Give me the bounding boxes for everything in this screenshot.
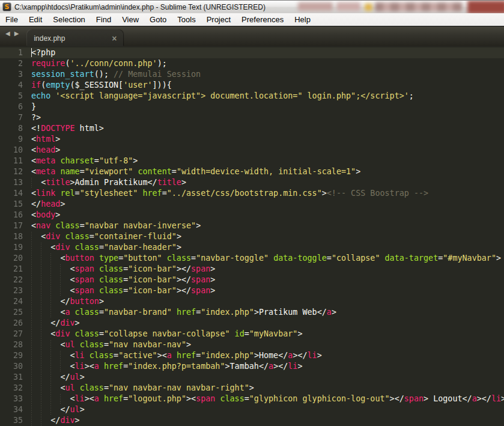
line-number: 13 <box>0 177 23 188</box>
indent-guide <box>41 275 50 285</box>
code-text: session_start(); // Memulai Session <box>23 69 201 80</box>
indent-guide <box>60 264 70 275</box>
indent-guide <box>60 394 70 404</box>
menu-item-help[interactable]: Help <box>289 14 316 25</box>
indent-guide <box>50 264 60 275</box>
code-text: <body> <box>23 210 60 221</box>
menu-item-tools[interactable]: Tools <box>172 14 201 25</box>
code-line-15[interactable]: 15</head> <box>0 199 504 210</box>
code-line-2[interactable]: 2require('../conn/conn.php'); <box>0 58 504 69</box>
code-text: } <box>23 102 36 112</box>
code-line-28[interactable]: 28 <ul class="nav navbar-nav"> <box>0 339 504 350</box>
code-text: <li><a href="index.php?p=tambah">Tambah<… <box>23 361 303 372</box>
code-line-27[interactable]: 27 <div class="collapse navbar-collapse"… <box>0 329 504 339</box>
code-line-20[interactable]: 20 <button type="button" class="navbar-t… <box>0 253 504 264</box>
code-line-29[interactable]: 29 <li class="active"><a href="index.php… <box>0 350 504 361</box>
code-text: <title>Admin Praktikum</title> <box>23 177 186 188</box>
menubar: FileEditSelectionFindViewGotoToolsProjec… <box>0 13 504 26</box>
code-line-25[interactable]: 25 <a class="navbar-brand" href="index.p… <box>0 307 504 318</box>
indent-guide <box>41 350 50 361</box>
line-number: 21 <box>0 264 23 275</box>
menu-item-selection[interactable]: Selection <box>47 14 90 25</box>
code-line-6[interactable]: 6} <box>0 102 504 112</box>
code-line-8[interactable]: 8<!DOCTYPE html> <box>0 123 504 134</box>
indent-guide <box>41 404 50 415</box>
code-line-3[interactable]: 3session_start(); // Memulai Session <box>0 69 504 80</box>
tab-bar: ◀ ▶ index.php× <box>0 26 504 46</box>
code-line-11[interactable]: 11<meta charset="utf-8"> <box>0 156 504 166</box>
code-line-17[interactable]: 17<nav class="navbar navbar-inverse"> <box>0 221 504 231</box>
code-text: </div> <box>23 415 80 426</box>
indent-guide <box>41 361 50 372</box>
code-text: <html> <box>23 134 60 145</box>
code-line-23[interactable]: 23 <span class="icon-bar"></span> <box>0 285 504 296</box>
code-editor[interactable]: 1<?php2require('../conn/conn.php');3sess… <box>0 46 504 426</box>
code-line-12[interactable]: 12<meta name="viewport" content="width=d… <box>0 166 504 177</box>
menu-item-find[interactable]: Find <box>91 14 117 25</box>
blur-fragment <box>375 2 463 11</box>
code-line-24[interactable]: 24 </button> <box>0 296 504 307</box>
code-line-21[interactable]: 21 <span class="icon-bar"></span> <box>0 264 504 275</box>
indent-guide <box>50 307 60 318</box>
line-number: 7 <box>0 112 23 123</box>
indent-guide <box>41 296 50 307</box>
code-line-32[interactable]: 32 <ul class="nav navbar-nav navbar-righ… <box>0 383 504 394</box>
menu-item-view[interactable]: View <box>117 14 144 25</box>
code-line-33[interactable]: 33 <li><a href="logout.php"><span class=… <box>0 394 504 404</box>
code-line-5[interactable]: 5echo '<script language="javascript"> do… <box>0 91 504 102</box>
indent-guide <box>31 296 41 307</box>
line-number: 33 <box>0 394 23 404</box>
code-line-9[interactable]: 9<html> <box>0 134 504 145</box>
line-number: 1 <box>0 47 23 58</box>
code-line-26[interactable]: 26 </div> <box>0 318 504 329</box>
tab-close-icon[interactable]: × <box>112 34 117 43</box>
code-line-34[interactable]: 34 </ul> <box>0 404 504 415</box>
code-line-30[interactable]: 30 <li><a href="index.php?p=tambah">Tamb… <box>0 361 504 372</box>
code-line-18[interactable]: 18 <div class="container-fluid"> <box>0 231 504 242</box>
indent-guide <box>31 339 41 350</box>
code-line-31[interactable]: 31 </ul> <box>0 372 504 383</box>
code-line-1[interactable]: 1<?php <box>0 47 504 58</box>
indent-guide <box>31 383 41 394</box>
indent-guide <box>41 372 50 383</box>
code-line-7[interactable]: 7?> <box>0 112 504 123</box>
titlebar[interactable]: S C:\xampp\htdocs\Pratikum\admin\index.p… <box>0 0 504 13</box>
code-line-14[interactable]: 14<link rel="stylesheet" href="../asset/… <box>0 188 504 199</box>
line-number: 22 <box>0 275 23 285</box>
code-text: </ul> <box>23 372 85 383</box>
code-line-22[interactable]: 22 <span class="icon-bar"></span> <box>0 275 504 285</box>
line-number: 24 <box>0 296 23 307</box>
menu-item-goto[interactable]: Goto <box>144 14 172 25</box>
indent-guide <box>31 264 41 275</box>
menu-item-project[interactable]: Project <box>201 14 236 25</box>
code-text: <li><a href="logout.php"><span class="gl… <box>23 394 504 404</box>
line-number: 18 <box>0 231 23 242</box>
indent-guide <box>41 242 50 253</box>
code-line-10[interactable]: 10<head> <box>0 145 504 156</box>
line-number: 19 <box>0 242 23 253</box>
code-line-16[interactable]: 16<body> <box>0 210 504 221</box>
code-line-4[interactable]: 4if(empty($_SESSION['user'])){ <box>0 80 504 91</box>
indent-guide <box>31 329 41 339</box>
line-number: 35 <box>0 415 23 426</box>
code-line-19[interactable]: 19 <div class="navbar-header"> <box>0 242 504 253</box>
tab-index.php[interactable]: index.php× <box>27 30 123 46</box>
indent-guide <box>31 177 41 188</box>
indent-guide <box>60 350 70 361</box>
menu-item-preferences[interactable]: Preferences <box>236 14 289 25</box>
indent-guide <box>60 285 70 296</box>
indent-guide <box>41 307 50 318</box>
code-text: <ul class="nav navbar-nav navbar-right"> <box>23 383 254 394</box>
code-text: <button type="button" class="navbar-togg… <box>23 253 501 264</box>
indent-guide <box>41 285 50 296</box>
code-text: </div> <box>23 318 80 329</box>
tab-scroll-right-icon[interactable]: ▶ <box>14 30 19 37</box>
line-number: 8 <box>0 123 23 134</box>
menu-item-file[interactable]: File <box>0 14 23 25</box>
code-line-35[interactable]: 35 </div> <box>0 415 504 426</box>
blur-fragment <box>467 1 504 13</box>
code-line-13[interactable]: 13 <title>Admin Praktikum</title> <box>0 177 504 188</box>
menu-item-edit[interactable]: Edit <box>23 14 47 25</box>
tab-scroll-left-icon[interactable]: ◀ <box>5 30 10 37</box>
line-number: 10 <box>0 145 23 156</box>
